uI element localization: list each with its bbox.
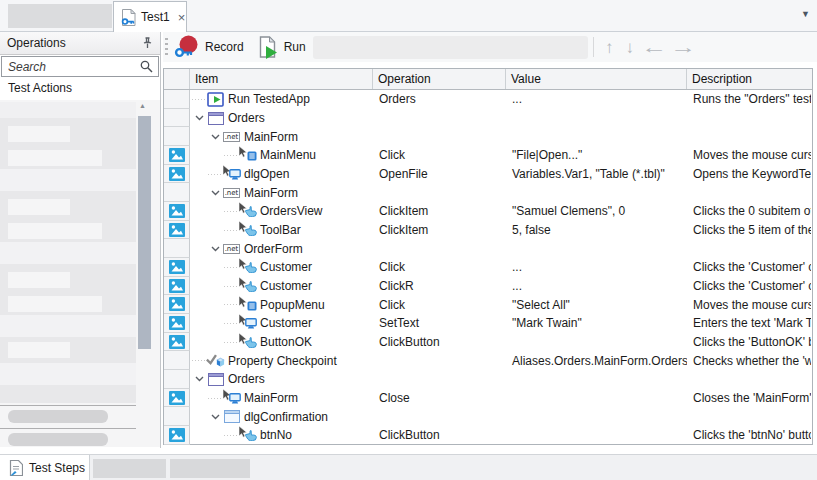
chevron-expanded-icon[interactable] [192,376,206,382]
chevron-expanded-icon[interactable] [192,115,206,121]
screenshot-cell[interactable] [164,146,190,165]
cursor-hand-icon [238,203,257,219]
description-cell: Clicks the 'ButtonOK' bu... [687,333,811,352]
move-right-arrow-icon[interactable]: → [670,39,696,56]
value-cell: "Select All" [506,295,687,314]
sidebar-scrollbar[interactable] [137,116,152,447]
screenshot-thumbnail-icon[interactable] [169,167,185,181]
editor-bottom-bar: Test Steps [0,454,817,480]
screenshot-thumbnail-icon[interactable] [169,297,185,311]
test-step-row[interactable]: .netMainForm [164,127,812,146]
tab-label: Test1 [141,10,170,24]
test-step-row[interactable]: OrdersViewClickItem"Samuel Clemens", 0Cl… [164,202,812,221]
test-step-row[interactable]: PopupMenuClick"Select All"Moves the mous… [164,295,812,314]
inactive-bottom-tab-placeholder[interactable] [93,459,166,478]
test-step-row[interactable]: ButtonOKClickButtonClicks the 'ButtonOK'… [164,333,812,352]
test-step-row[interactable]: dlgConfirmation [164,407,812,426]
screenshot-cell[interactable] [164,221,190,240]
inactive-tab-placeholder[interactable] [8,4,112,28]
record-button[interactable]: Record [168,33,252,61]
step-item-label: btnNo [257,428,292,442]
screenshot-cell[interactable] [164,277,190,296]
chevron-expanded-icon[interactable] [208,414,222,420]
test-step-row[interactable]: .netOrderForm [164,239,812,258]
step-item-label: dlgOpen [241,167,289,181]
chevron-expanded-icon[interactable] [208,134,222,140]
screenshot-thumbnail-icon[interactable] [169,148,185,162]
inactive-bottom-tab-placeholder[interactable] [170,459,250,478]
column-header-item[interactable]: Item [190,69,373,89]
run-button[interactable]: Run [252,33,314,61]
chevron-expanded-icon[interactable] [208,246,222,252]
test-step-row[interactable]: btnNoClickButtonClicks the 'btnNo' butto… [164,426,812,445]
column-header-value[interactable]: Value [506,69,687,89]
close-icon[interactable]: × [178,10,186,25]
tree-connector [224,342,238,343]
screenshot-thumbnail-icon[interactable] [169,316,185,330]
test-step-row[interactable]: MainMenuClick"File|Open..."Moves the mou… [164,146,812,165]
screenshot-thumbnail-icon[interactable] [169,260,185,274]
screenshot-cell[interactable] [164,389,190,408]
scroll-up-icon[interactable]: ▲ [139,102,146,109]
column-header-description[interactable]: Description [687,69,811,89]
test-step-row[interactable]: Run TestedAppOrders...Runs the "Orders" … [164,90,812,109]
operation-item-placeholder [0,102,136,118]
hand-icon [245,206,257,220]
sidebar-button-placeholder[interactable] [8,433,108,446]
screenshot-thumbnail-icon[interactable] [169,204,185,218]
value-cell [506,239,687,258]
move-up-arrow-icon[interactable]: ↑ [605,39,614,56]
screenshot-thumbnail-icon[interactable] [169,335,185,349]
screenshot-thumbnail-icon[interactable] [169,391,185,405]
test-step-row[interactable]: .netMainForm [164,183,812,202]
tree-connector [192,99,206,100]
move-down-arrow-icon[interactable]: ↓ [626,39,635,56]
screenshot-cell[interactable] [164,314,190,333]
description-cell [687,127,811,146]
move-left-arrow-icon[interactable]: ← [641,39,667,56]
search-input[interactable] [1,56,159,77]
net-badge: .net [223,188,241,198]
hand-icon [245,430,257,444]
test-step-row[interactable]: Orders [164,109,812,128]
tree-connector [224,304,238,305]
chevron-expanded-icon[interactable] [208,190,222,196]
bottom-tab-label: Test Steps [29,461,85,475]
pin-icon[interactable] [142,37,153,49]
test-step-row[interactable]: CustomerClick...Clicks the 'Customer' ob… [164,258,812,277]
column-header-operation[interactable]: Operation [373,69,506,89]
operation-cell [373,109,506,128]
operations-panel: Operations Test Actions ▲ ▼ [0,32,161,448]
scrollbar-thumb[interactable] [138,116,151,349]
sidebar-button-placeholder[interactable] [8,410,108,423]
screenshot-cell[interactable] [164,426,190,445]
test-step-row[interactable]: ToolBarClickItem5, falseClicks the 5 ite… [164,221,812,240]
test-step-row[interactable]: CustomerSetText"Mark Twain"Enters the te… [164,314,812,333]
category-test-actions[interactable]: Test Actions [0,77,160,99]
test-step-row[interactable]: CustomerClickR...Clicks the 'Customer' o… [164,277,812,296]
description-cell [687,109,811,128]
net-badge: .net [223,132,241,142]
search-icon[interactable] [140,60,153,73]
screenshot-thumbnail-icon[interactable] [169,428,185,442]
screenshot-cell[interactable] [164,165,190,184]
screenshot-thumbnail-icon[interactable] [169,279,185,293]
test-step-row[interactable]: dlgOpenOpenFileVariables.Var1, "Table (*… [164,165,812,184]
screenshot-cell[interactable] [164,202,190,221]
test-step-row[interactable]: Property CheckpointAliases.Orders.MainFo… [164,351,812,370]
record-icon [174,35,200,59]
screenshot-column-header[interactable] [164,69,190,89]
screenshot-cell[interactable] [164,295,190,314]
operation-item-placeholder-bar [8,342,70,358]
screenshot-cell [164,370,190,389]
screenshot-cell[interactable] [164,333,190,352]
tab-test-steps[interactable]: Test Steps [0,455,90,480]
screenshot-cell[interactable] [164,258,190,277]
test-step-row[interactable]: Orders [164,370,812,389]
test-step-row[interactable]: MainFormCloseCloses the 'MainForm' w... [164,389,812,408]
item-cell: Property Checkpoint [190,351,373,370]
tab-test1[interactable]: Test1 × [113,1,187,32]
item-cell: Customer [190,258,373,277]
screenshot-thumbnail-icon[interactable] [169,223,185,237]
tab-list-dropdown-icon[interactable]: ▼ [801,9,810,19]
